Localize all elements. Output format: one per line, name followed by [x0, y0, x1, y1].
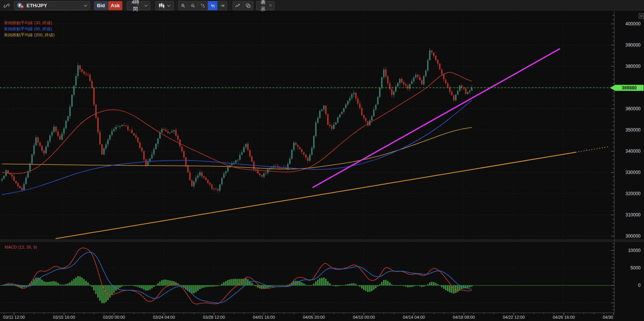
timeframe-selector[interactable]: 4時間	[127, 1, 150, 10]
legend-sma30: 単純移動平均線 (30, 終値)	[4, 20, 52, 25]
fit-chart-button[interactable]	[198, 1, 207, 10]
link-icon[interactable]	[2, 1, 11, 10]
svg-text:10000: 10000	[628, 248, 641, 253]
y-axis-lock-button[interactable]: Y	[208, 1, 217, 10]
fit-scale-icon	[201, 3, 205, 9]
display-menu-button[interactable]: 表示	[256, 1, 274, 10]
svg-text:0: 0	[638, 283, 641, 288]
toolbar: ETH/JPY Bid Ask 4時間	[0, 0, 644, 11]
current-price-badge: 369880	[610, 85, 644, 91]
arrow-to-end-icon	[220, 3, 225, 8]
chevron-down-icon	[144, 5, 148, 7]
svg-text:320000: 320000	[625, 191, 641, 196]
zoom-out-icon	[191, 3, 195, 9]
magenta-trendline-layer[interactable]	[313, 49, 560, 187]
bid-button[interactable]: Bid	[94, 1, 108, 10]
orange-trendline-layer[interactable]	[56, 147, 610, 239]
svg-text:300000: 300000	[625, 233, 641, 239]
svg-text:350000: 350000	[625, 127, 641, 133]
svg-text:Y: Y	[211, 4, 213, 7]
svg-text:390000: 390000	[625, 42, 641, 48]
svg-text:03/15 16:00: 03/15 16:00	[53, 315, 75, 319]
zoom-in-icon	[181, 3, 185, 9]
svg-text:04/14 04:00: 04/14 04:00	[403, 315, 425, 319]
svg-text:04/10 00:00: 04/10 00:00	[353, 315, 375, 319]
grid-layer	[0, 11, 614, 313]
chart-area[interactable]: 3000003100003200003300003400003500003600…	[0, 11, 644, 321]
chevron-down-icon	[84, 5, 87, 7]
go-to-latest-button[interactable]	[218, 1, 227, 10]
legend-sma90: 単純移動平均線 (90, 終値)	[4, 27, 52, 31]
y-axis-lock-icon: Y	[211, 3, 215, 9]
svg-text:5000: 5000	[630, 265, 641, 271]
chart-type-selector[interactable]	[156, 1, 174, 10]
chart-plus-icon	[235, 3, 240, 9]
svg-text:340000: 340000	[625, 149, 641, 154]
chart-snapshot-icon	[246, 3, 251, 9]
svg-text:330000: 330000	[625, 170, 641, 175]
candlestick-icon	[159, 3, 165, 9]
svg-text:310000: 310000	[625, 212, 641, 218]
chevron-down-icon	[167, 5, 171, 7]
instrument-selector[interactable]: ETH/JPY	[14, 1, 90, 10]
chart-canvas[interactable]: 3000003100003200003300003400003500003600…	[0, 11, 644, 321]
svg-text:04/01 16:00: 04/01 16:00	[253, 315, 275, 319]
timeframe-label: 4時間	[129, 0, 142, 13]
indicator-tools-group	[232, 1, 253, 10]
macd-label: MACD (12, 26, 9)	[5, 245, 37, 249]
svg-text:03/28 12:00: 03/28 12:00	[203, 315, 225, 319]
zoom-tools-group: Y	[178, 1, 227, 10]
legend-sma200: 単純移動平均線 (200, 終値)	[4, 33, 55, 37]
zoom-in-button[interactable]	[178, 1, 188, 10]
double-chevron-down-icon	[269, 4, 272, 7]
svg-text:04/22 12:00: 04/22 12:00	[503, 315, 525, 319]
current-price-value: 369880	[622, 85, 637, 91]
add-indicator-button[interactable]	[232, 1, 243, 10]
svg-text:04/18 08:00: 04/18 08:00	[453, 315, 475, 319]
svg-text:04/05 20:00: 04/05 20:00	[303, 315, 325, 319]
zoom-out-button[interactable]	[188, 1, 198, 10]
compare-charts-button[interactable]	[243, 1, 253, 10]
svg-text:03/20 00:00: 03/20 00:00	[103, 315, 125, 319]
chain-link-icon	[3, 2, 10, 9]
candles-layer	[2, 48, 472, 193]
instrument-label: ETH/JPY	[27, 3, 84, 8]
svg-text:380000: 380000	[625, 64, 641, 69]
currency-pair-icon	[17, 2, 24, 9]
svg-text:03/24 04:00: 03/24 04:00	[153, 315, 175, 319]
moving-average-layer	[2, 72, 472, 195]
svg-text:03/11 12:00: 03/11 12:00	[3, 315, 25, 319]
macd-layer	[0, 248, 614, 304]
collapse-axis-button[interactable]: «	[639, 13, 644, 19]
ask-button[interactable]: Ask	[108, 1, 122, 10]
svg-text:04/26 16:00: 04/26 16:00	[553, 315, 575, 319]
svg-text:360000: 360000	[625, 106, 641, 111]
display-label: 表示	[259, 0, 267, 13]
svg-text:04/30 20:00: 04/30 20:00	[603, 315, 625, 319]
svg-text:400000: 400000	[625, 21, 641, 27]
